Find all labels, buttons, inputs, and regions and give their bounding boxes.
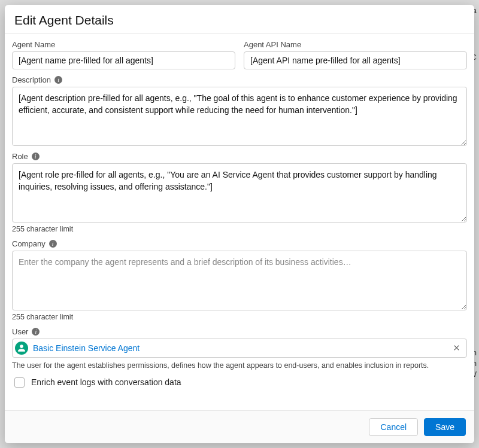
role-label: Role bbox=[12, 152, 28, 161]
info-icon[interactable]: i bbox=[32, 328, 40, 336]
save-button[interactable]: Save bbox=[424, 418, 466, 436]
agent-name-label: Agent Name bbox=[12, 40, 235, 49]
enrich-logs-checkbox[interactable] bbox=[14, 377, 25, 388]
info-icon[interactable]: i bbox=[32, 153, 40, 160]
enrich-logs-row: Enrich event logs with conversation data bbox=[12, 376, 467, 389]
role-field: Role i 255 character limit bbox=[12, 152, 467, 233]
company-textarea[interactable] bbox=[12, 251, 467, 310]
user-help-text: The user for the agent establishes permi… bbox=[12, 361, 467, 370]
cancel-button[interactable]: Cancel bbox=[369, 418, 418, 436]
description-textarea[interactable] bbox=[12, 87, 467, 146]
edit-agent-details-modal: Edit Agent Details Agent Name Agent API … bbox=[5, 5, 474, 443]
user-field: User i Basic Einstein Service Agent The … bbox=[12, 327, 467, 370]
modal-header: Edit Agent Details bbox=[5, 5, 474, 34]
user-avatar-icon bbox=[15, 342, 28, 355]
user-label: User bbox=[12, 327, 28, 336]
agent-api-name-label: Agent API Name bbox=[244, 40, 467, 49]
company-hint: 255 character limit bbox=[12, 313, 467, 321]
description-label: Description bbox=[12, 75, 51, 84]
role-hint: 255 character limit bbox=[12, 225, 467, 233]
modal-body: Agent Name Agent API Name Description i … bbox=[5, 34, 474, 410]
description-field: Description i bbox=[12, 75, 467, 146]
modal-footer: Cancel Save bbox=[5, 410, 474, 443]
role-textarea[interactable] bbox=[12, 163, 467, 223]
enrich-logs-label[interactable]: Enrich event logs with conversation data bbox=[31, 377, 181, 387]
clear-user-icon[interactable] bbox=[451, 343, 462, 353]
user-selected-name: Basic Einstein Service Agent bbox=[33, 343, 446, 353]
modal-title: Edit Agent Details bbox=[14, 13, 465, 28]
agent-api-name-field: Agent API Name bbox=[244, 40, 467, 69]
info-icon[interactable]: i bbox=[49, 240, 57, 248]
agent-name-input[interactable] bbox=[12, 51, 235, 69]
info-icon[interactable]: i bbox=[54, 76, 62, 84]
company-label: Company bbox=[12, 239, 46, 248]
user-lookup[interactable]: Basic Einstein Service Agent bbox=[12, 339, 467, 358]
company-field: Company i 255 character limit bbox=[12, 239, 467, 321]
agent-name-field: Agent Name bbox=[12, 40, 235, 69]
agent-api-name-input[interactable] bbox=[244, 51, 467, 69]
